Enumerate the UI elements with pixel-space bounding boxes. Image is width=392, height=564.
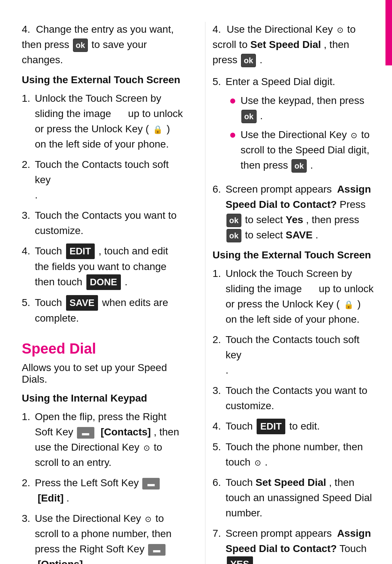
s1-item1-content: Unlock the Touch Screen by sliding the i…	[35, 91, 183, 152]
s3-item4-text1: Touch	[226, 420, 253, 432]
done-button: DONE	[86, 274, 121, 290]
accent-bar	[385, 0, 392, 65]
r-item5-content: Enter a Speed Dial digit. ● Use the keyp…	[226, 74, 374, 177]
s3-item7: 7. Screen prompt appears Assign Speed Di…	[213, 526, 374, 564]
s1-item5-text1: Touch	[35, 297, 62, 308]
right-column: 4. Use the Directional Key ⊙ to scroll t…	[205, 22, 374, 564]
bullet-dot-2: ●	[229, 127, 236, 142]
s3-item6-content: Touch Set Speed Dial , then touch an una…	[226, 475, 374, 521]
edit-button: EDIT	[66, 243, 95, 259]
s2-item3-num: 3.	[22, 511, 35, 564]
s3-item6-bold1: Set Speed Dial	[256, 477, 326, 488]
s3-item3-num: 3.	[213, 383, 226, 414]
s3-item7-text1: Screen prompt appears	[226, 528, 332, 539]
r-bullet1-text1: Use the keypad, then press	[241, 95, 364, 106]
s2-item3-options-label: Options	[41, 559, 79, 564]
r-bullet2-period: .	[310, 160, 313, 171]
s1-item3-content: Touch the Contacts you want to customize…	[35, 208, 183, 238]
r-bullet2: ● Use the Directional Key ⊙ to scroll to…	[229, 127, 374, 173]
r-item4-text1: Use the Directional Key	[226, 24, 333, 35]
s2-item2-period: .	[66, 492, 69, 504]
s3-item2-num: 2.	[213, 332, 226, 378]
s1-item4-content: Touch EDIT , touch and edit the fields y…	[35, 243, 183, 290]
r-item6-text1: Screen prompt appears	[226, 184, 332, 195]
s3-item1: 1. Unlock the Touch Screen by sliding th…	[213, 266, 374, 327]
s1-item5-content: Touch SAVE when edits are complete.	[35, 295, 183, 326]
content-area: 4. Change the entry as you want, then pr…	[0, 0, 392, 564]
dir-key-icon-r3: ⊙	[254, 457, 261, 469]
s3-item1-content: Unlock the Touch Screen by sliding the i…	[226, 266, 374, 327]
page: 4. Change the entry as you want, then pr…	[0, 0, 392, 564]
dir-key-icon-1: ⊙	[143, 442, 150, 454]
s3-item1-num: 1.	[213, 266, 226, 327]
s2-item2-text1: Press the Left Soft Key	[35, 477, 139, 488]
section1-heading: Using the External Touch Screen	[22, 74, 183, 86]
s2-item3: 3. Use the Directional Key ⊙ to scroll t…	[22, 511, 183, 564]
r-bullet2-content: Use the Directional Key ⊙ to scroll to t…	[241, 127, 374, 173]
r-item6-content: Screen prompt appears Assign Speed Dial …	[226, 182, 374, 243]
section2-heading: Using the Internal Keypad	[22, 392, 183, 404]
r-item6-period: .	[315, 229, 318, 241]
s2-item3-key-label: [Options]	[35, 559, 83, 564]
s3-item6-text1: Touch	[226, 477, 253, 488]
ok-button-icon: ok	[73, 39, 88, 52]
r-item6-text4: , then press	[306, 214, 359, 225]
s1-item4-period: .	[124, 276, 127, 287]
ok-icon-r6b: ok	[226, 229, 242, 242]
ok-icon-bullet2: ok	[291, 159, 307, 173]
s2-item2-edit-label: Edit	[41, 492, 60, 504]
s1-item4: 4. Touch EDIT , touch and edit the field…	[22, 243, 183, 290]
r-item5-num: 5.	[213, 74, 226, 177]
bullet-dot-1: ●	[229, 93, 236, 108]
s1-item2-num: 2.	[22, 157, 35, 203]
s1-item5: 5. Touch SAVE when edits are complete.	[22, 295, 183, 326]
right-soft-key-icon-2: ▬	[148, 544, 166, 556]
r-item6: 6. Screen prompt appears Assign Speed Di…	[213, 182, 374, 243]
s2-item1-num: 1.	[22, 409, 35, 470]
r-bullet2-text1: Use the Directional Key	[241, 129, 347, 140]
s3-item3: 3. Touch the Contacts you want to custom…	[213, 383, 374, 414]
s3-item5-num: 5.	[213, 439, 226, 470]
speed-dial-desc: Allows you to set up your Speed Dials.	[22, 362, 183, 385]
s2-item1-contacts-label: Contacts	[104, 426, 148, 438]
s2-item2-num: 2.	[22, 475, 35, 506]
s1-item4-text1: Touch	[35, 245, 62, 257]
s3-item5-content: Touch the phone number, then touch ⊙ .	[226, 439, 374, 470]
yes-button: YES	[227, 556, 253, 564]
s1-item1-num: 1.	[22, 91, 35, 152]
left-soft-key-icon: ▬	[142, 478, 160, 490]
s1-item3-text: Touch the Contacts you want to customize…	[35, 210, 177, 236]
section2-list: 1. Open the flip, press the Right Soft K…	[22, 409, 183, 564]
r-item4-bold1: Set Speed Dial	[250, 39, 321, 50]
dir-key-icon-r2: ⊙	[351, 129, 357, 141]
dir-key-icon-2: ⊙	[145, 513, 151, 525]
dir-key-icon-r1: ⊙	[337, 24, 343, 36]
s1-item2-text: Touch the Contacts touch soft key	[35, 159, 169, 185]
r-item6-text2: Press	[340, 199, 366, 210]
item-4-top: 4. Change the entry as you want, then pr…	[22, 22, 183, 68]
edit-button-2: EDIT	[257, 419, 285, 434]
speed-dial-heading: Speed Dial	[22, 341, 183, 357]
r-item4-prefix: 4.	[213, 24, 224, 35]
s3-item7-text2: Touch	[339, 543, 367, 554]
left-column: 4. Change the entry as you want, then pr…	[22, 22, 191, 564]
s3-item2-content: Touch the Contacts touch soft key .	[226, 332, 374, 378]
s2-item1-content: Open the flip, press the Right Soft Key …	[35, 409, 183, 470]
s3-item4-text2: to edit.	[289, 420, 320, 432]
section3-heading: Using the External Touch Screen	[213, 249, 374, 261]
r-bullet1-content: Use the keypad, then press ok .	[241, 93, 374, 124]
s2-item2-key-label: [Edit]	[35, 492, 64, 504]
s1-item2: 2. Touch the Contacts touch soft key .	[22, 157, 183, 203]
lock-icon-2: 🔒	[344, 299, 354, 311]
r-item5: 5. Enter a Speed Dial digit. ● Use the k…	[213, 74, 374, 177]
s3-item7-content: Screen prompt appears Assign Speed Dial …	[226, 526, 374, 564]
r-bullet1: ● Use the keypad, then press ok .	[229, 93, 374, 124]
s3-item4-num: 4.	[213, 419, 226, 434]
r-item5-text: Enter a Speed Dial digit.	[226, 76, 335, 87]
r-item6-text3: to select	[245, 214, 283, 225]
save-button: SAVE	[66, 295, 98, 311]
r-bullet-list: ● Use the keypad, then press ok . ●	[229, 93, 374, 173]
r-item6-num: 6.	[213, 182, 226, 243]
ok-icon-bullet1: ok	[241, 110, 257, 123]
s3-item2-text: Touch the Contacts touch soft key	[226, 334, 360, 360]
